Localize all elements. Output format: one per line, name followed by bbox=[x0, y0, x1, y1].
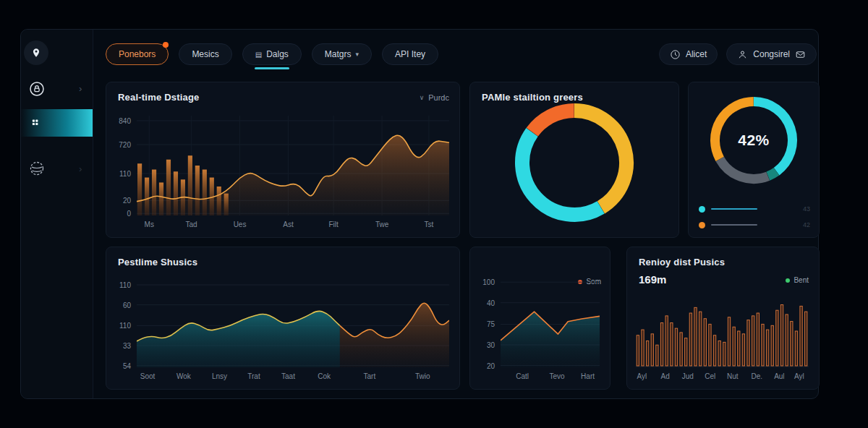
globe-scribble-icon bbox=[28, 160, 46, 177]
chevron-right-icon[interactable]: › bbox=[79, 164, 82, 174]
tab-label: Ponebors bbox=[119, 49, 156, 59]
caret-down-icon: ▾ bbox=[356, 51, 359, 58]
x-tick-label: Filt bbox=[328, 221, 338, 228]
legend-line bbox=[711, 208, 757, 210]
timeframe-dropdown[interactable]: ∨ Purdc bbox=[420, 93, 449, 102]
gauge-legend: 43 42 bbox=[699, 201, 810, 233]
legend-dot bbox=[786, 278, 790, 283]
y-tick-label: 100 bbox=[482, 278, 495, 286]
x-tick-label: De. bbox=[752, 372, 763, 380]
x-axis: AylAdJudCelNutDe.AulAyl bbox=[636, 367, 809, 383]
x-tick-label: Aul bbox=[774, 372, 784, 380]
panel-bars: Renioy dist Pusics 169m Bent AylAdJudCel… bbox=[626, 247, 820, 390]
x-tick-label: Ast bbox=[283, 221, 293, 228]
x-tick-label: Ayl bbox=[637, 372, 647, 380]
y-tick-label: 60 bbox=[123, 301, 131, 309]
panel-donut: PAMle stailtion greers bbox=[469, 82, 679, 238]
tab-mesics[interactable]: Mesics bbox=[179, 43, 231, 65]
y-axis: 110601103354 bbox=[112, 281, 137, 367]
gauge-chart: 42% bbox=[709, 95, 799, 185]
thinbars-svg bbox=[636, 292, 809, 367]
y-tick-label: 75 bbox=[487, 320, 495, 328]
legend-dot bbox=[699, 206, 705, 213]
button-label: Alicet bbox=[686, 49, 707, 59]
x-axis: SootWokLnsyTratTaatCokTartTwio bbox=[137, 367, 449, 383]
donut-chart bbox=[511, 102, 638, 223]
x-tick-label: Tevo bbox=[550, 372, 565, 380]
panel-line: Som 10040753020 CatlTevoHart bbox=[469, 247, 610, 390]
button-label: Congsirel bbox=[753, 49, 790, 59]
grid-icon bbox=[31, 118, 42, 129]
bars-chart bbox=[636, 292, 809, 367]
panel-title: Pestlime Shusics bbox=[118, 257, 197, 268]
panel-gauge: 42% 43 42 bbox=[688, 82, 820, 238]
sidebar-item-settings[interactable] bbox=[28, 160, 46, 177]
panel-title: Real-time Dstiage bbox=[118, 92, 200, 103]
legend-label: Bent bbox=[793, 276, 809, 284]
y-tick-label: 110 bbox=[119, 322, 131, 330]
location-pin-icon bbox=[31, 48, 41, 58]
x-tick-label: Catl bbox=[516, 372, 529, 380]
notification-dot bbox=[163, 42, 169, 48]
x-tick-label: Ayl bbox=[794, 372, 804, 380]
y-axis: 10040753020 bbox=[476, 278, 501, 367]
person-icon bbox=[737, 49, 748, 60]
x-tick-label: Jud bbox=[682, 372, 694, 380]
x-tick-label: Taat bbox=[281, 372, 295, 380]
legend-value: 43 bbox=[803, 205, 810, 213]
x-axis: MsTadUesAstFiltTweTst bbox=[137, 215, 449, 231]
sidebar-item-location[interactable] bbox=[24, 40, 48, 65]
dashboard-page: › › Ponebors Mesics ▤ bbox=[0, 0, 868, 428]
area-chart bbox=[137, 281, 449, 367]
y-tick-label: 20 bbox=[487, 361, 495, 369]
envelope-icon bbox=[795, 49, 806, 60]
x-axis: CatlTevoHart bbox=[501, 367, 600, 383]
tab-label: Dalgs bbox=[266, 49, 289, 59]
tab-api-itey[interactable]: API Itey bbox=[382, 43, 438, 65]
y-tick-label: 30 bbox=[487, 341, 495, 349]
x-tick-label: Ms bbox=[145, 221, 154, 228]
x-tick-label: Nut bbox=[727, 372, 739, 380]
x-tick-label: Twio bbox=[415, 372, 430, 380]
panel-area: Pestlime Shusics 110601103354 SootWokLns… bbox=[106, 247, 460, 390]
x-tick-label: Tad bbox=[186, 221, 197, 228]
y-tick-label: 110 bbox=[119, 170, 131, 178]
x-tick-label: Lnsy bbox=[212, 372, 227, 380]
legend-dot bbox=[699, 222, 705, 228]
top-nav: Ponebors Mesics ▤ Dalgs Matgrs ▾ API Ite… bbox=[106, 43, 438, 65]
x-tick-label: Tst bbox=[425, 221, 434, 228]
y-tick-label: 20 bbox=[123, 197, 131, 205]
tab-label: API Itey bbox=[395, 49, 425, 59]
area2-svg bbox=[137, 281, 449, 367]
sidebar-item-security[interactable] bbox=[28, 80, 46, 98]
x-tick-label: Cel bbox=[705, 372, 715, 380]
congsirel-button[interactable]: Congsirel bbox=[726, 43, 817, 65]
tab-dalgs[interactable]: ▤ Dalgs bbox=[242, 43, 302, 65]
y-tick-label: 0 bbox=[127, 210, 131, 218]
tab-matgrs[interactable]: Matgrs ▾ bbox=[312, 43, 372, 65]
tab-ponebors[interactable]: Ponebors bbox=[106, 43, 169, 65]
line-chart bbox=[501, 278, 600, 367]
clock-icon bbox=[670, 49, 681, 60]
x-tick-label: Tart bbox=[363, 372, 375, 380]
dropdown-label: Purdc bbox=[428, 93, 449, 102]
dashboard-container: › › Ponebors Mesics ▤ bbox=[20, 29, 819, 399]
realtime-svg bbox=[137, 116, 449, 215]
y-tick-label: 110 bbox=[119, 281, 131, 289]
sidebar-item-dashboard-active[interactable] bbox=[21, 109, 93, 137]
x-tick-label: Hart bbox=[581, 372, 595, 380]
grid-small-icon: ▤ bbox=[255, 51, 262, 59]
legend-item: 43 bbox=[699, 201, 810, 217]
x-tick-label: Soot bbox=[140, 372, 156, 380]
y-tick-label: 840 bbox=[119, 116, 131, 124]
x-tick-label: Trat bbox=[247, 372, 260, 380]
tab-label: Matgrs bbox=[325, 49, 352, 59]
realtime-chart bbox=[137, 116, 449, 215]
panel-realtime: Real-time Dstiage ∨ Purdc 840720110200 M… bbox=[106, 82, 460, 238]
chevron-right-icon[interactable]: › bbox=[79, 84, 82, 93]
stat-value: 169m bbox=[639, 273, 666, 286]
gauge-value: 42% bbox=[709, 95, 799, 185]
y-tick-label: 40 bbox=[487, 299, 495, 307]
alicet-button[interactable]: Alicet bbox=[659, 43, 718, 65]
x-tick-label: Ues bbox=[234, 221, 247, 228]
